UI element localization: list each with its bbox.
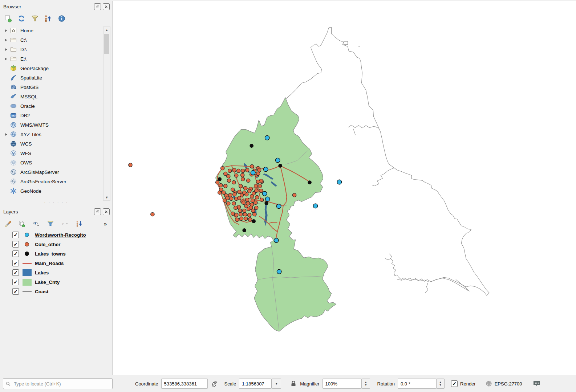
- expand-arrow-icon[interactable]: [4, 57, 10, 61]
- cole-other-point: [256, 180, 260, 183]
- cole-other-point: [248, 213, 251, 217]
- layer-row-lakes[interactable]: ✓Lakes: [0, 268, 113, 277]
- map-canvas[interactable]: [113, 1, 576, 375]
- layer-visibility-checkbox[interactable]: ✓: [12, 269, 19, 276]
- lock-icon[interactable]: [290, 380, 297, 387]
- browser-item-wfs[interactable]: WFS: [0, 148, 113, 158]
- scale-label: Scale: [224, 381, 236, 387]
- locate-input[interactable]: [13, 381, 110, 387]
- magnifier-spinbox[interactable]: 100%: [323, 379, 362, 389]
- layer-row-lakes-towns[interactable]: ✓Lakes_towns: [0, 249, 113, 258]
- layer-visibility-checkbox[interactable]: ✓: [12, 232, 19, 238]
- browser-item-xyz-tiles[interactable]: XYZ Tiles: [0, 130, 113, 139]
- browser-item-ows[interactable]: OWS: [0, 158, 113, 167]
- e-icon: [10, 55, 17, 62]
- cole-other-point: [219, 183, 223, 187]
- browser-panel-title: Browser: [3, 4, 92, 9]
- collapse-all-button[interactable]: [44, 14, 53, 23]
- browser-item-geonode[interactable]: GeoNode: [0, 186, 113, 196]
- layers-float-button[interactable]: [94, 208, 101, 215]
- layer-visibility-checkbox[interactable]: ✓: [12, 279, 19, 285]
- browser-item-wms-wmts[interactable]: WMS/WMTS: [0, 120, 113, 130]
- browser-item-wcs[interactable]: WCS: [0, 139, 113, 148]
- expand-arrow-icon[interactable]: [4, 133, 10, 136]
- browser-float-button[interactable]: [94, 3, 101, 10]
- properties-button[interactable]: [57, 14, 66, 23]
- coordinate-field[interactable]: 533586,338361: [161, 379, 208, 389]
- scrollbar-thumb[interactable]: [104, 34, 109, 54]
- home-icon: [10, 27, 17, 34]
- close-icon: [104, 5, 108, 9]
- dock-splitter[interactable]: · · · · · ·: [0, 201, 113, 205]
- cole-other-point: [244, 186, 247, 190]
- layer-visibility-checkbox[interactable]: ✓: [12, 250, 19, 257]
- cole-other-point: [244, 217, 248, 220]
- filter-browser-button[interactable]: [31, 14, 39, 23]
- expand-collapse-button[interactable]: [75, 219, 84, 228]
- layer-row-lake-cnty[interactable]: ✓Lake_Cnty: [0, 277, 113, 287]
- browser-item-e[interactable]: E:\: [0, 54, 113, 64]
- cole-other-point: [252, 212, 256, 216]
- layer-row-cole-other[interactable]: ✓Cole_other: [0, 240, 113, 249]
- browser-item-postgis[interactable]: PostGIS: [0, 82, 113, 92]
- browser-scrollbar[interactable]: ▲ ▼: [103, 26, 110, 201]
- browser-item-d[interactable]: D:\: [0, 45, 113, 54]
- c-icon: [10, 36, 17, 44]
- render-checkbox[interactable]: ✓: [451, 380, 458, 387]
- messages-icon[interactable]: [532, 380, 541, 388]
- browser-tree: HomeC:\D:\E:\GeoPackageSpatiaLitePostGIS…: [0, 26, 113, 201]
- filter-legend-button[interactable]: [46, 219, 55, 228]
- magnifier-spin-icons[interactable]: ▲▼: [362, 379, 370, 389]
- map-themes-button[interactable]: [31, 219, 41, 228]
- browser-close-button[interactable]: [103, 3, 110, 10]
- layers-toolbar-overflow-button[interactable]: »: [104, 221, 109, 227]
- wordsworth-recogito-point: [265, 135, 269, 140]
- layer-visibility-checkbox[interactable]: ✓: [12, 260, 19, 266]
- expand-arrow-icon[interactable]: [4, 38, 10, 42]
- browser-item-db2[interactable]: DB2DB2: [0, 111, 113, 120]
- browser-item-oracle[interactable]: Oracle: [0, 101, 113, 111]
- svg-text:DB2: DB2: [11, 115, 15, 117]
- arcgisfeatureserver-icon: [10, 178, 17, 185]
- add-group-button[interactable]: [17, 219, 26, 228]
- browser-item-arcgisfeatureserver[interactable]: ArcGisFeatureServer: [0, 177, 113, 186]
- coast-line: [372, 168, 394, 186]
- layers-close-button[interactable]: [103, 208, 110, 215]
- browser-item-arcgismapserver[interactable]: ArcGisMapServer: [0, 167, 113, 177]
- scale-dropdown-icon[interactable]: ▼: [272, 379, 281, 389]
- browser-item-home[interactable]: Home: [0, 26, 113, 35]
- layer-visibility-checkbox[interactable]: ✓: [12, 288, 19, 295]
- scroll-up-icon[interactable]: ▲: [104, 27, 110, 33]
- layer-row-coast[interactable]: ✓Coast: [0, 287, 113, 296]
- browser-panel-header: Browser: [0, 0, 113, 11]
- browser-item-c[interactable]: C:\: [0, 35, 113, 45]
- cole-other-point: [243, 191, 246, 194]
- expand-arrow-icon[interactable]: [4, 48, 10, 51]
- browser-item-geopackage[interactable]: GeoPackage: [0, 64, 113, 73]
- mouse-extent-icon[interactable]: [211, 380, 218, 387]
- rotation-spin-icons[interactable]: ▲▼: [436, 379, 445, 389]
- expand-arrow-icon[interactable]: [4, 29, 10, 32]
- browser-item-spatialite[interactable]: SpatiaLite: [0, 73, 113, 82]
- locator-search[interactable]: [3, 378, 113, 389]
- browser-item-mssql[interactable]: MSSQL: [0, 92, 113, 101]
- crs-globe-icon[interactable]: [485, 380, 492, 387]
- cole-other-point: [253, 201, 257, 204]
- layer-visibility-checkbox[interactable]: ✓: [12, 241, 19, 248]
- lakes-town-point: [252, 219, 256, 223]
- coast-line: [286, 27, 490, 295]
- add-selected-layer-button[interactable]: [4, 14, 12, 23]
- cole-other-point: [235, 173, 238, 177]
- coast-line: [389, 254, 431, 282]
- style-manager-button[interactable]: [4, 219, 12, 228]
- cole-other-point: [216, 180, 219, 184]
- refresh-button[interactable]: [17, 14, 26, 23]
- layer-row-wordsworth-recogito[interactable]: ✓Wordsworth-Recogito: [0, 230, 113, 240]
- filter-expression-button[interactable]: ε: [60, 219, 70, 228]
- scroll-down-icon[interactable]: ▼: [104, 194, 110, 200]
- coordinate-label: Coordinate: [135, 381, 158, 387]
- rotation-spinbox[interactable]: 0.0 °: [398, 379, 436, 389]
- layer-row-main-roads[interactable]: ✓Main_Roads: [0, 258, 113, 268]
- crs-status[interactable]: EPSG:27700: [495, 381, 522, 387]
- scale-combo[interactable]: 1:1856307: [239, 379, 272, 389]
